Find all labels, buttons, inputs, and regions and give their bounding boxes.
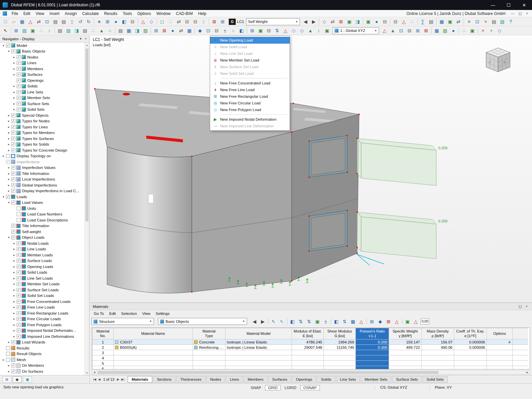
checkbox[interactable]: ✓ <box>17 96 21 100</box>
load-line-icon[interactable]: ⊡ <box>204 27 212 35</box>
maximize-button[interactable]: ☐ <box>501 0 516 10</box>
percent-snap-icon[interactable]: ● <box>449 27 458 35</box>
material-name-cell[interactable] <box>114 355 193 361</box>
expander-icon[interactable]: ▾ <box>7 236 11 239</box>
material-row-3[interactable]: 3 <box>92 350 528 355</box>
tree-item-line-sets[interactable]: ▸✓Line Sets <box>0 89 84 95</box>
material-model-cell[interactable]: Isotropic | Linear Elastic <box>225 339 292 345</box>
material-type-cell[interactable] <box>193 355 225 361</box>
material-number-cell[interactable]: 1 <box>92 339 114 345</box>
options-cell[interactable]: ∗ <box>487 339 513 345</box>
curved-wall[interactable] <box>107 147 192 293</box>
select-rows-icon[interactable]: ↖ <box>269 318 278 325</box>
data-navigator-tab[interactable]: ⊞ <box>2 376 11 383</box>
objects-filter-select[interactable]: Basic Objects ▼ <box>158 318 247 325</box>
tree-item-loads[interactable]: ▾✓Loads <box>0 194 84 200</box>
checkbox[interactable]: ✓ <box>11 230 15 234</box>
sort-objects-icon[interactable]: ⇄ <box>454 18 463 26</box>
expander-icon[interactable]: ▸ <box>7 149 11 152</box>
expander-icon[interactable]: ▸ <box>12 300 16 303</box>
scroll-down-icon[interactable]: ▼ <box>85 370 89 375</box>
shear-modulus-cell[interactable]: 1994.269 <box>324 339 356 345</box>
specific-weight-cell[interactable] <box>389 366 422 370</box>
poisson-ratio-cell[interactable] <box>356 355 389 361</box>
numbering-icon[interactable]: ⊟ <box>381 18 389 26</box>
load-cases-menu-icon[interactable]: ⊞ <box>218 18 227 26</box>
checkbox[interactable]: ✓ <box>17 259 21 263</box>
material-tool-icon[interactable]: ▣ <box>256 27 265 35</box>
expander-icon[interactable]: ▸ <box>12 265 16 268</box>
expander-icon[interactable]: ▸ <box>12 323 16 327</box>
material-row-2[interactable]: 2B500S(A)Reinforcing ...Isotropic | Line… <box>92 345 528 350</box>
expander-icon[interactable]: ▸ <box>7 364 11 367</box>
zero-format-display[interactable]: 0,00 <box>421 318 429 325</box>
rotate-3d-icon[interactable]: △ <box>400 18 408 26</box>
next-load-case-icon[interactable]: ▶ <box>310 18 318 26</box>
tree-item-line-set-loads[interactable]: ▸✓Line Set Loads <box>0 275 84 281</box>
mdi-restore-button[interactable]: ◱ <box>518 11 522 16</box>
function-fsum-icon[interactable]: ⊠ <box>384 318 393 325</box>
specific-weight-cell[interactable] <box>389 355 422 361</box>
checkbox[interactable] <box>6 154 10 158</box>
tree-item-free-circular-loads[interactable]: ▸✓Free Circular Loads <box>0 316 84 322</box>
menu-edit[interactable]: Edit <box>21 11 33 16</box>
measure-tool-icon[interactable]: ↕ <box>315 27 323 35</box>
show-loads-icon[interactable]: ⇄ <box>329 18 337 26</box>
material-name-cell[interactable] <box>114 350 193 355</box>
checkbox[interactable]: ✓ <box>17 282 21 286</box>
solid-tool-icon[interactable]: ▨ <box>141 27 150 35</box>
expander-icon[interactable]: ▸ <box>7 114 11 117</box>
expander-icon[interactable]: ▸ <box>12 312 16 315</box>
shear-modulus-cell[interactable]: 11156.749 <box>324 345 356 350</box>
expander-icon[interactable]: ▸ <box>7 172 11 175</box>
expander-icon[interactable]: ▾ <box>7 201 11 204</box>
checkbox[interactable]: ✓ <box>11 166 15 170</box>
display-navigator-tab[interactable]: ◉ <box>13 376 22 383</box>
checkbox[interactable] <box>17 212 21 216</box>
panel-toggle-icon[interactable]: ◨ <box>353 18 362 26</box>
menu-cad-bim[interactable]: CAD-BIM <box>173 11 196 16</box>
previous-table-icon[interactable]: ◀ <box>98 378 100 381</box>
tree-item-free-polygon-loads[interactable]: ▸✓Free Polygon Loads <box>0 322 84 328</box>
checkbox[interactable]: ✓ <box>11 369 15 373</box>
menu-item-new-free-circular-load[interactable]: ◎New Free Circular Load <box>210 100 290 106</box>
specific-weight-cell[interactable]: 159.147 <box>389 339 422 345</box>
shear-modulus-cell[interactable] <box>324 350 356 355</box>
material-name-cell[interactable]: B500S(A) <box>114 345 193 350</box>
rotate-ccw-icon[interactable]: ∴ <box>460 27 468 35</box>
chevron-down-icon[interactable]: ▼ <box>293 20 298 23</box>
calculate-all-icon[interactable]: ∑ <box>419 18 427 26</box>
expander-icon[interactable]: ▸ <box>12 61 16 65</box>
expander-icon[interactable]: ▸ <box>7 189 11 193</box>
block-tool-icon[interactable]: ◇ <box>298 27 306 35</box>
menu-file[interactable]: File <box>9 11 21 16</box>
tree-item-local-imperfections[interactable]: ▸✓Local Imperfections <box>0 177 84 183</box>
material-model-cell[interactable] <box>225 350 292 355</box>
move-view-icon[interactable]: ⊟ <box>191 18 200 26</box>
views-navigator-tab[interactable]: ▣ <box>23 376 32 383</box>
checkbox[interactable]: ✓ <box>17 294 21 298</box>
load-generator-icon[interactable]: ◧ <box>237 27 246 35</box>
close-panel-icon[interactable]: × <box>526 304 528 309</box>
tree-item-imperfection-values[interactable]: ▸✓Imperfection Values <box>0 165 84 171</box>
edit-objects-icon[interactable]: ▧ <box>20 27 29 35</box>
checkbox[interactable]: ✓ <box>17 323 21 327</box>
options-cell[interactable] <box>487 366 513 370</box>
tree-item-load-case-numbers[interactable]: Load Case Numbers <box>0 211 84 217</box>
gear-icon[interactable]: ∗ <box>508 340 511 344</box>
checkbox[interactable]: ✓ <box>11 148 15 152</box>
material-type-cell[interactable]: Concrete <box>193 339 225 345</box>
table-tab-members[interactable]: Members <box>244 376 268 383</box>
tree-item-title-information[interactable]: ▸✓Title Information <box>0 171 84 177</box>
expander-icon[interactable]: ▸ <box>7 340 11 344</box>
empty-table-icon[interactable]: ± <box>322 318 330 325</box>
tree-item-on-members[interactable]: ▸✓On Members <box>0 363 84 369</box>
red-delete-icon[interactable]: × <box>479 27 487 35</box>
help-question-icon[interactable]: ? <box>506 18 515 26</box>
menu-item-new-free-line-load[interactable]: ↡New Free Line Load <box>210 86 290 93</box>
menu-tools[interactable]: Tools <box>120 11 135 16</box>
tree-item-member-set-loads[interactable]: ▸✓Member Set Loads <box>0 281 84 287</box>
checkbox[interactable]: ✓ <box>17 265 21 269</box>
thermal-expansion-cell[interactable] <box>454 361 487 366</box>
materials-menu-go-to[interactable]: Go To <box>91 312 106 316</box>
